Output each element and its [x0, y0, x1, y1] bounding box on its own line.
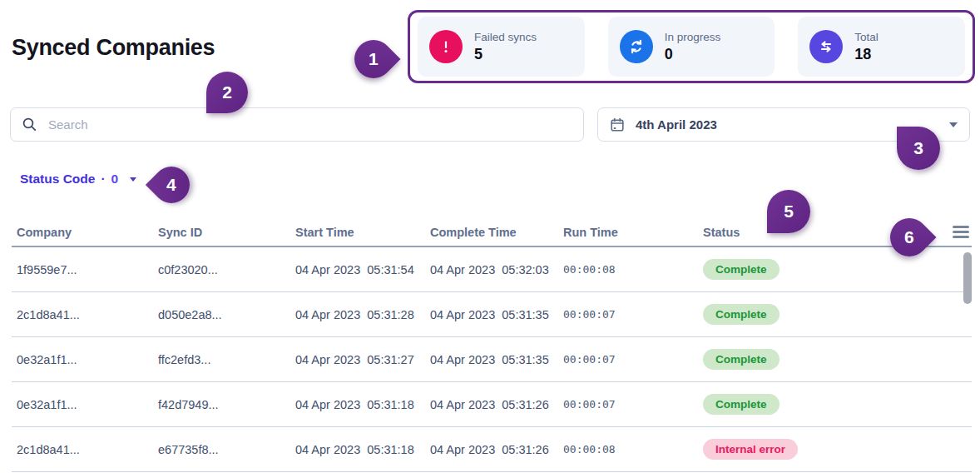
column-header-start-time: Start Time	[295, 226, 430, 239]
status-badge: Complete	[703, 304, 780, 325]
column-header-complete-time: Complete Time	[430, 226, 563, 239]
status-code-filter-label: Status Code	[20, 172, 95, 187]
vertical-scrollbar-thumb[interactable]	[963, 252, 972, 304]
sync-id-cell: e67735f8...	[158, 443, 295, 456]
stats-summary-box: Failed syncs 5 In progress 0 Total 1	[408, 10, 975, 83]
status-code-filter-count: 0	[111, 172, 119, 187]
run-time-cell: 00:00:07	[563, 353, 703, 366]
table-row[interactable]: 0e32a1f1... ffc2efd3... 04 Apr 2023 05:3…	[12, 337, 972, 382]
run-time-cell: 00:00:07	[563, 308, 703, 321]
stat-value: 5	[474, 46, 537, 63]
start-time-cell: 04 Apr 2023 05:31:28	[295, 308, 430, 321]
column-header-sync-id: Sync ID	[158, 226, 295, 239]
stat-label: Total	[854, 31, 879, 43]
chevron-down-icon[interactable]	[949, 122, 958, 127]
page-title: Synced Companies	[12, 35, 215, 61]
sync-id-cell: c0f23020...	[158, 263, 295, 276]
complete-time-cell: 04 Apr 2023 05:31:26	[430, 398, 563, 411]
status-code-filter[interactable]: Status Code · 0	[20, 172, 136, 187]
complete-time-cell: 04 Apr 2023 05:31:26	[430, 443, 563, 456]
run-time-cell: 00:00:08	[563, 263, 703, 276]
table-row[interactable]: 1f9559e7... c0f23020... 04 Apr 2023 05:3…	[12, 247, 972, 292]
start-time-cell: 04 Apr 2023 05:31:54	[295, 263, 430, 276]
transfer-icon	[809, 30, 843, 63]
table-header-row: Company Sync ID Start Time Complete Time…	[12, 218, 972, 247]
start-time-cell: 04 Apr 2023 05:31:18	[295, 398, 430, 411]
stat-value: 0	[665, 46, 721, 63]
search-icon	[22, 117, 37, 132]
start-time-cell: 04 Apr 2023 05:31:27	[295, 353, 430, 366]
stat-label: Failed syncs	[474, 31, 537, 43]
status-code-filter-separator: ·	[101, 172, 105, 187]
status-badge: Complete	[703, 349, 780, 370]
stat-label: In progress	[665, 31, 721, 43]
annotation-marker-5: 5	[767, 190, 810, 233]
table-row[interactable]: 0e32a1f1... f42d7949... 04 Apr 2023 05:3…	[12, 382, 972, 427]
run-time-cell: 00:00:07	[563, 398, 703, 411]
status-badge: Complete	[703, 394, 780, 415]
company-cell: 2c1d8a41...	[17, 443, 158, 456]
sync-icon	[620, 30, 653, 63]
sync-table: Company Sync ID Start Time Complete Time…	[12, 218, 972, 472]
table-row[interactable]: 2c1d8a41... e67735f8... 04 Apr 2023 05:3…	[12, 427, 972, 472]
chevron-down-icon[interactable]	[130, 177, 136, 182]
complete-time-cell: 04 Apr 2023 05:32:03	[430, 263, 563, 276]
annotation-marker-4: 4	[146, 159, 197, 211]
status-badge: Internal error	[703, 439, 798, 460]
table-menu-icon[interactable]	[953, 223, 973, 241]
stat-card-in-progress: In progress 0	[608, 17, 775, 77]
alert-icon	[429, 30, 463, 63]
company-cell: 0e32a1f1...	[17, 353, 158, 366]
start-time-cell: 04 Apr 2023 05:31:18	[295, 443, 430, 456]
date-picker-value: 4th April 2023	[636, 117, 717, 132]
company-cell: 2c1d8a41...	[17, 308, 158, 321]
stat-card-failed-syncs: Failed syncs 5	[418, 17, 585, 77]
search-box[interactable]	[10, 107, 584, 142]
calendar-icon	[610, 117, 625, 132]
annotation-marker-3: 3	[897, 127, 940, 170]
complete-time-cell: 04 Apr 2023 05:31:35	[430, 353, 563, 366]
company-cell: 0e32a1f1...	[17, 398, 158, 411]
sync-id-cell: d050e2a8...	[158, 308, 295, 321]
annotation-marker-2: 2	[206, 72, 248, 113]
column-header-company: Company	[17, 226, 158, 239]
sync-id-cell: ffc2efd3...	[158, 353, 295, 366]
complete-time-cell: 04 Apr 2023 05:31:35	[430, 308, 563, 321]
search-input[interactable]	[47, 117, 572, 132]
annotation-marker-1: 1	[346, 32, 400, 86]
stat-card-total: Total 18	[798, 17, 965, 77]
stat-value: 18	[854, 46, 879, 63]
sync-id-cell: f42d7949...	[158, 398, 295, 411]
column-header-run-time: Run Time	[563, 226, 703, 239]
table-row[interactable]: 2c1d8a41... d050e2a8... 04 Apr 2023 05:3…	[12, 292, 972, 337]
status-badge: Complete	[703, 259, 780, 280]
company-cell: 1f9559e7...	[17, 263, 158, 276]
run-time-cell: 00:00:08	[563, 443, 703, 456]
